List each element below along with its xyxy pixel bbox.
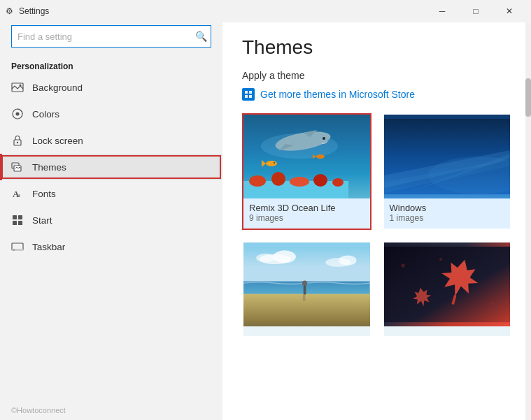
maximize-button[interactable]: □ bbox=[460, 0, 492, 22]
svg-rect-19 bbox=[245, 95, 248, 98]
scrollbar-track[interactable] bbox=[525, 22, 531, 420]
svg-point-44 bbox=[273, 250, 295, 263]
svg-point-47 bbox=[339, 255, 356, 265]
title-bar-left: ⚙ Settings bbox=[6, 6, 49, 16]
windows-theme-info: Windows 1 images bbox=[384, 198, 511, 229]
svg-point-5 bbox=[17, 142, 18, 143]
svg-rect-49 bbox=[243, 294, 370, 323]
svg-point-45 bbox=[256, 254, 275, 263]
ocean-theme-count: 9 images bbox=[249, 213, 364, 223]
background-label: Background bbox=[32, 82, 83, 93]
svg-rect-13 bbox=[18, 221, 22, 225]
search-icon[interactable]: 🔍 bbox=[195, 31, 207, 42]
sidebar-item-themes[interactable]: Themes bbox=[0, 154, 222, 180]
svg-rect-12 bbox=[13, 221, 17, 225]
svg-point-55 bbox=[401, 263, 404, 267]
svg-point-30 bbox=[313, 174, 327, 187]
theme-thumbnail-beach bbox=[243, 242, 370, 326]
ms-store-text: Get more themes in Microsoft Store bbox=[260, 89, 415, 100]
ms-store-icon bbox=[242, 88, 255, 101]
sidebar-item-lockscreen[interactable]: Lock screen bbox=[0, 127, 222, 154]
search-box[interactable]: 🔍 bbox=[11, 25, 211, 48]
svg-point-1 bbox=[20, 85, 22, 87]
search-input[interactable] bbox=[11, 25, 211, 48]
personalization-label: Personalization bbox=[0, 56, 222, 74]
ms-store-link[interactable]: Get more themes in Microsoft Store bbox=[242, 88, 511, 101]
sidebar-footer: ©Howtoconnect bbox=[0, 400, 222, 420]
colors-label: Colors bbox=[32, 109, 59, 120]
theme-grid: Remix 3D Ocean Life 9 images bbox=[242, 113, 511, 338]
page-title: Themes bbox=[242, 36, 511, 59]
theme-card-windows[interactable]: Windows 1 images bbox=[383, 113, 512, 230]
fonts-icon: A a bbox=[11, 187, 24, 200]
theme-card-ocean[interactable]: Remix 3D Ocean Life 9 images bbox=[242, 113, 371, 230]
minimize-button[interactable]: ─ bbox=[426, 0, 458, 22]
windows-theme-count: 1 images bbox=[390, 213, 505, 223]
title-bar: ⚙ Settings ─ □ ✕ bbox=[0, 0, 531, 22]
taskbar-label: Taskbar bbox=[32, 242, 65, 252]
themes-icon bbox=[11, 161, 24, 173]
svg-point-28 bbox=[271, 172, 285, 186]
lockscreen-label: Lock screen bbox=[32, 136, 83, 146]
svg-text:a: a bbox=[17, 191, 20, 198]
scrollbar-thumb[interactable] bbox=[525, 78, 531, 117]
title-bar-controls: ─ □ ✕ bbox=[426, 0, 525, 22]
svg-rect-50 bbox=[304, 284, 306, 294]
theme-thumbnail-maple bbox=[384, 242, 511, 326]
svg-rect-18 bbox=[249, 91, 252, 94]
fonts-label: Fonts bbox=[32, 189, 56, 199]
svg-point-35 bbox=[316, 154, 325, 159]
svg-rect-17 bbox=[245, 91, 248, 94]
apply-label: Apply a theme bbox=[242, 70, 511, 81]
theme-card-maple[interactable] bbox=[383, 241, 512, 338]
svg-point-3 bbox=[16, 113, 20, 116]
svg-point-32 bbox=[266, 161, 277, 166]
theme-card-beach[interactable] bbox=[242, 241, 371, 338]
app-body: 🔍 Personalization Background bbox=[0, 22, 531, 420]
windows-theme-name: Windows bbox=[390, 203, 505, 213]
themes-label: Themes bbox=[32, 162, 66, 173]
svg-point-25 bbox=[323, 137, 325, 140]
svg-point-27 bbox=[249, 175, 266, 187]
start-label: Start bbox=[32, 215, 52, 226]
svg-rect-16 bbox=[13, 249, 15, 251]
svg-rect-7 bbox=[14, 166, 21, 171]
svg-point-31 bbox=[332, 178, 344, 187]
ocean-theme-info: Remix 3D Ocean Life 9 images bbox=[243, 198, 370, 229]
taskbar-icon bbox=[11, 240, 24, 253]
svg-point-29 bbox=[290, 177, 309, 187]
svg-point-34 bbox=[274, 162, 275, 164]
svg-point-56 bbox=[490, 302, 493, 305]
sidebar: 🔍 Personalization Background bbox=[0, 22, 222, 420]
sidebar-item-background[interactable]: Background bbox=[0, 74, 222, 101]
theme-thumbnail-ocean bbox=[243, 115, 370, 198]
background-icon bbox=[11, 81, 24, 94]
svg-rect-52 bbox=[303, 294, 306, 300]
colors-icon bbox=[11, 108, 24, 120]
sidebar-item-start[interactable]: Start bbox=[0, 207, 222, 233]
start-icon bbox=[11, 214, 24, 226]
svg-point-57 bbox=[439, 258, 442, 261]
lock-icon bbox=[11, 134, 24, 147]
close-button[interactable]: ✕ bbox=[493, 0, 525, 22]
svg-rect-11 bbox=[18, 215, 22, 219]
app-title: Settings bbox=[19, 6, 49, 16]
settings-icon: ⚙ bbox=[6, 6, 13, 16]
svg-rect-10 bbox=[13, 215, 17, 219]
content-area: Themes Apply a theme Get more themes in … bbox=[222, 22, 531, 420]
sidebar-item-colors[interactable]: Colors bbox=[0, 101, 222, 127]
svg-marker-33 bbox=[262, 160, 266, 167]
beach-theme-info bbox=[243, 326, 370, 336]
svg-point-51 bbox=[302, 281, 307, 286]
svg-rect-20 bbox=[249, 95, 252, 98]
sidebar-item-fonts[interactable]: A a Fonts bbox=[0, 180, 222, 207]
maple-theme-info bbox=[384, 326, 511, 336]
sidebar-item-taskbar[interactable]: Taskbar bbox=[0, 233, 222, 260]
ocean-theme-name: Remix 3D Ocean Life bbox=[249, 203, 364, 213]
theme-thumbnail-windows bbox=[384, 115, 511, 198]
